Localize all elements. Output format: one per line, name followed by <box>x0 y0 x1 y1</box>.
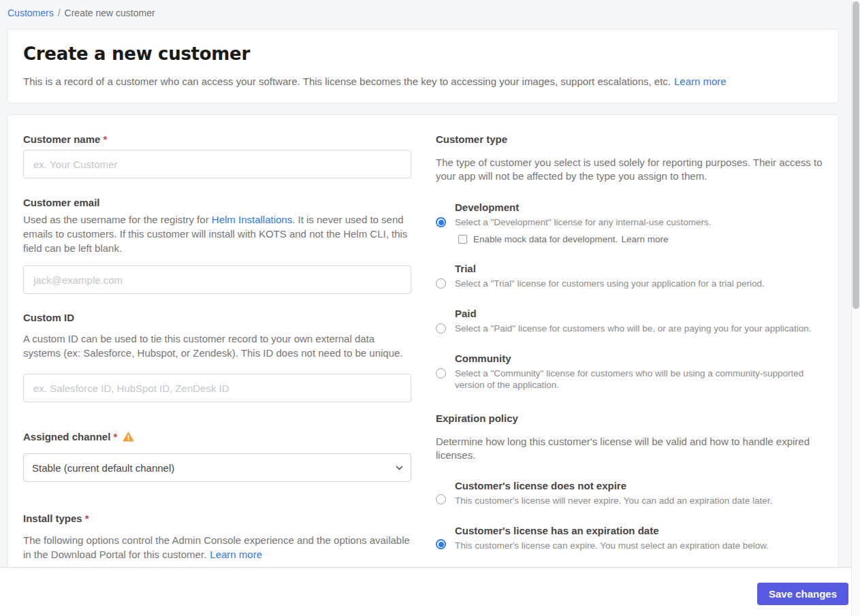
footer-bar: Save changes <box>0 567 860 616</box>
expiration-option-no-expire: Customer's license does not expire This … <box>436 480 824 506</box>
no-expire-option-description: This customer's license will never expir… <box>455 495 824 506</box>
helm-installations-link[interactable]: Helm Installations <box>212 214 292 225</box>
save-changes-button[interactable]: Save changes <box>757 583 848 605</box>
header-learn-more-link[interactable]: Learn more <box>674 76 727 87</box>
install-types-help: The following options control the Admin … <box>23 533 411 562</box>
custom-id-label-text: Custom ID <box>23 312 74 323</box>
paid-option-label[interactable]: Paid <box>455 308 824 319</box>
form-right-column: Customer type The type of customer you s… <box>436 133 824 571</box>
customer-type-option-paid: Paid Select a "Paid" license for custome… <box>436 308 824 334</box>
trial-option-description: Select a "Trial" license for customers u… <box>455 278 824 289</box>
warning-triangle-icon <box>123 432 134 442</box>
vertical-scrollbar[interactable] <box>851 0 860 616</box>
required-asterisk: * <box>85 513 89 524</box>
radio-trial[interactable] <box>436 278 446 289</box>
radio-community[interactable] <box>436 368 446 378</box>
customer-type-option-development: Development Select a "Development" licen… <box>436 201 824 244</box>
community-option-label[interactable]: Community <box>455 353 824 364</box>
create-customer-page: Customers/Create new customer Create a n… <box>0 0 860 616</box>
radio-license-does-not-expire[interactable] <box>436 494 446 504</box>
development-option-description: Select a "Development" license for any i… <box>455 216 824 228</box>
breadcrumb-current: Create new customer <box>65 7 155 18</box>
mock-data-checkbox[interactable] <box>458 235 467 244</box>
development-option-text: Development Select a "Development" licen… <box>455 201 824 244</box>
install-types-learn-more-link[interactable]: Learn more <box>210 549 262 560</box>
customer-type-section: Customer type The type of customer you s… <box>436 133 824 391</box>
assigned-channel-select[interactable]: Stable (current default channel) <box>23 453 411 482</box>
customer-type-title: Customer type <box>436 133 824 145</box>
radio-development[interactable] <box>436 217 446 227</box>
install-types-label: Install types* <box>23 513 411 524</box>
install-types-label-text: Install types <box>23 513 82 524</box>
required-asterisk: * <box>103 133 107 145</box>
assigned-channel-select-wrap: Stable (current default channel) <box>23 453 411 482</box>
customer-type-option-community: Community Select a "Community" license f… <box>436 353 824 391</box>
assigned-channel-field-group: Assigned channel* Stable (current defaul… <box>23 431 411 482</box>
custom-id-input[interactable] <box>23 374 411 402</box>
paid-option-text: Paid Select a "Paid" license for custome… <box>455 308 824 334</box>
customer-type-description: The type of customer you select is used … <box>436 156 824 183</box>
has-date-option-description: This customer's license can expire. You … <box>455 540 824 551</box>
customer-name-input[interactable] <box>23 150 411 178</box>
header-description-text: This is a record of a customer who can a… <box>23 76 671 87</box>
breadcrumb: Customers/Create new customer <box>0 0 860 18</box>
assigned-channel-label: Assigned channel* <box>23 431 411 442</box>
customer-name-label: Customer name* <box>23 133 411 145</box>
radio-paid[interactable] <box>436 323 446 334</box>
mock-data-checkbox-row: Enable mock data for development. Learn … <box>458 234 824 244</box>
custom-id-help: A custom ID can be used to tie this cust… <box>23 331 411 360</box>
customer-name-label-text: Customer name <box>23 133 100 145</box>
expiration-policy-description: Determine how long this customer's licen… <box>436 435 824 462</box>
no-expire-option-label[interactable]: Customer's license does not expire <box>455 480 824 491</box>
header-description: This is a record of a customer who can a… <box>23 76 823 87</box>
has-date-option-label[interactable]: Customer's license has an expiration dat… <box>455 525 824 536</box>
customer-email-help: Used as the username for the registry fo… <box>23 212 411 255</box>
mock-data-checkbox-label: Enable mock data for development. <box>473 234 618 244</box>
customer-name-field-group: Customer name* <box>23 133 411 178</box>
form-card: Customer name* Customer email Used as th… <box>7 114 839 572</box>
development-option-label[interactable]: Development <box>455 201 824 213</box>
required-asterisk: * <box>113 431 117 442</box>
form-left-column: Customer name* Customer email Used as th… <box>23 133 411 571</box>
community-option-text: Community Select a "Community" license f… <box>455 353 824 391</box>
custom-id-field-group: Custom ID A custom ID can be used to tie… <box>23 312 411 402</box>
expiration-policy-title: Expiration policy <box>436 412 824 424</box>
no-expire-option-text: Customer's license does not expire This … <box>455 480 824 506</box>
install-types-field-group: Install types* The following options con… <box>23 513 411 562</box>
has-date-option-text: Customer's license has an expiration dat… <box>455 525 824 551</box>
mock-data-learn-more-link[interactable]: Learn more <box>621 234 668 244</box>
scrollbar-thumb[interactable] <box>853 1 859 309</box>
assigned-channel-label-text: Assigned channel <box>23 431 110 442</box>
radio-license-has-expiration-date[interactable] <box>436 539 446 549</box>
customer-type-option-trial: Trial Select a "Trial" license for custo… <box>436 263 824 289</box>
expiration-policy-section: Expiration policy Determine how long thi… <box>436 412 824 551</box>
breadcrumb-separator: / <box>58 7 61 18</box>
header-card: Create a new customer This is a record o… <box>7 29 839 103</box>
trial-option-text: Trial Select a "Trial" license for custo… <box>455 263 824 289</box>
custom-id-label: Custom ID <box>23 312 411 323</box>
paid-option-description: Select a "Paid" license for customers wh… <box>455 323 824 334</box>
email-help-before: Used as the username for the registry fo… <box>23 214 212 225</box>
customer-email-label-text: Customer email <box>23 197 100 208</box>
customer-email-field-group: Customer email Used as the username for … <box>23 197 411 294</box>
breadcrumb-customers-link[interactable]: Customers <box>7 7 54 18</box>
page-title: Create a new customer <box>23 44 823 64</box>
customer-email-input[interactable] <box>23 265 411 294</box>
customer-email-label: Customer email <box>23 197 411 208</box>
community-option-description: Select a "Community" license for custome… <box>455 368 824 391</box>
trial-option-label[interactable]: Trial <box>455 263 824 274</box>
expiration-option-has-date: Customer's license has an expiration dat… <box>436 525 824 551</box>
